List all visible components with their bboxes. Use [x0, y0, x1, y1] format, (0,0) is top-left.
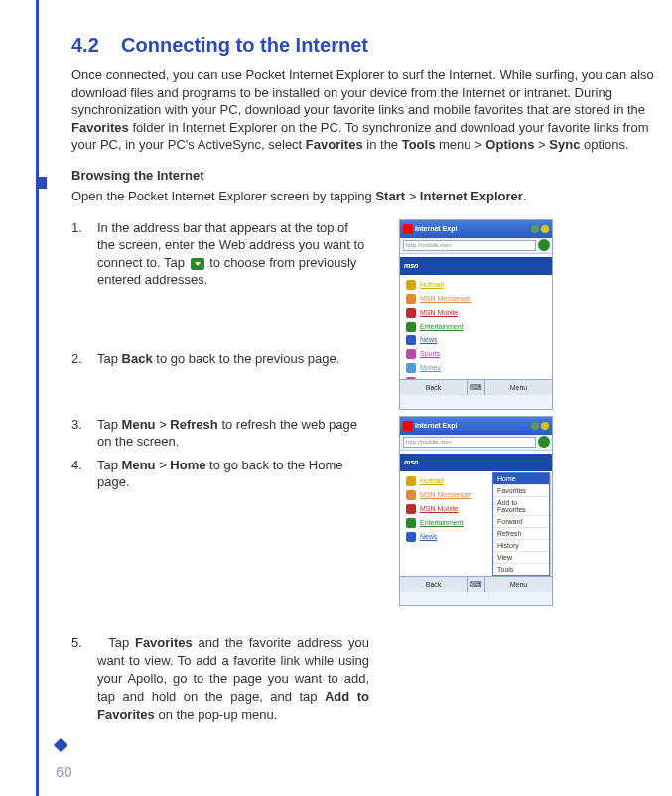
- menu-item[interactable]: Add to Favorites: [493, 497, 549, 516]
- bold-menu: Menu: [122, 458, 156, 472]
- ss-link-item[interactable]: Hotmail: [406, 278, 552, 292]
- menu-button[interactable]: Menu: [485, 380, 552, 395]
- link-text: Entertainment: [420, 519, 464, 526]
- step-text: Tap: [97, 351, 122, 366]
- volume-icon: [541, 225, 549, 233]
- link-icon: [406, 476, 416, 486]
- ss-link-item[interactable]: Sports: [406, 347, 552, 361]
- bold-refresh: Refresh: [170, 417, 217, 432]
- step-body: Tap Back to go back to the previous page…: [97, 350, 369, 368]
- ss-title: Internet Expl: [415, 422, 457, 429]
- step-number: 3.: [71, 416, 97, 451]
- ss-list: HotmailMSN MessengerMSN MobileEntertainm…: [400, 275, 552, 389]
- menu-item[interactable]: Tools: [493, 564, 549, 575]
- intro-text: Once connected, you can use Pocket Inter…: [71, 67, 654, 117]
- step-body: In the address bar that appears at the t…: [97, 219, 369, 289]
- open-text: .: [523, 189, 527, 203]
- msn-banner: msn: [400, 454, 552, 471]
- link-icon: [406, 335, 416, 345]
- msn-banner: msn: [400, 257, 552, 275]
- link-icon: [406, 349, 416, 359]
- link-icon: [406, 363, 416, 373]
- ss-link-item[interactable]: MSN Mobile: [406, 306, 552, 320]
- dropdown-icon: [191, 257, 204, 269]
- steps-col: 3. Tap Menu > Refresh to refresh the web…: [71, 416, 369, 606]
- link-text: MSN Mobile: [420, 505, 458, 512]
- menu-item[interactable]: Favorites: [493, 485, 549, 497]
- bold-home: Home: [170, 458, 205, 472]
- bold-ie: Internet Explorer: [420, 189, 523, 203]
- go-icon[interactable]: [538, 436, 550, 448]
- content-area: 4.2 Connecting to the Internet Once conn…: [71, 34, 667, 736]
- bold-menu: Menu: [122, 417, 156, 432]
- ss-titlebar: Internet Expl: [400, 220, 552, 238]
- bold-options: Options: [485, 137, 534, 152]
- section-title-text: Connecting to the Internet: [121, 34, 368, 56]
- start-flag-icon: [403, 224, 413, 234]
- step-text: on the pop-up menu.: [155, 707, 278, 722]
- ss-addressbar: http://mobile.msn: [400, 238, 552, 254]
- signal-icon: [531, 225, 539, 233]
- address-input[interactable]: http://mobile.msn: [403, 240, 536, 251]
- keyboard-icon[interactable]: ⌨: [468, 380, 485, 395]
- menu-item[interactable]: History: [493, 540, 549, 552]
- open-text: >: [405, 189, 420, 203]
- keyboard-icon[interactable]: ⌨: [468, 577, 485, 592]
- step-number: 4.: [71, 457, 97, 491]
- link-text: MSN Messenger: [420, 295, 471, 302]
- ss-link-item[interactable]: News: [406, 333, 552, 347]
- screenshot-2: Internet Expl http://mobile.msn msn Hotm…: [399, 416, 553, 606]
- bold-tools: Tools: [402, 137, 436, 152]
- bold-start: Start: [375, 189, 405, 203]
- open-line: Open the Pocket Internet Explorer screen…: [71, 189, 667, 203]
- menu-item[interactable]: Refresh: [493, 528, 549, 540]
- step-5: 5. Tap Favorites and the favorite addres…: [71, 634, 369, 730]
- page-number: 60: [56, 763, 72, 780]
- bold-favorites2: Favorites: [306, 137, 363, 152]
- step-body: Tap Menu > Home to go back to the Home p…: [97, 457, 369, 491]
- step-number: 1.: [71, 219, 97, 289]
- back-button[interactable]: Back: [400, 380, 468, 395]
- bold-favorites: Favorites: [71, 120, 129, 135]
- ss-link-item[interactable]: Entertainment: [406, 320, 552, 333]
- bold-favorites: Favorites: [135, 635, 193, 650]
- start-flag-icon: [403, 421, 413, 431]
- row-step5: 5. Tap Favorites and the favorite addres…: [71, 634, 667, 730]
- bottom-diamond: [54, 738, 67, 752]
- step-body: Tap Menu > Refresh to refresh the web pa…: [97, 416, 369, 451]
- margin-bar: [36, 0, 39, 796]
- step-2: 2. Tap Back to go back to the previous p…: [71, 350, 369, 368]
- link-icon: [406, 504, 416, 514]
- address-input[interactable]: http://mobile.msn: [403, 437, 536, 448]
- row-step1: 1. In the address bar that appears at th…: [71, 219, 667, 410]
- ss-link-item[interactable]: MSN Messenger: [406, 292, 552, 306]
- link-text: News: [420, 336, 438, 343]
- link-text: MSN Messenger: [420, 491, 471, 498]
- context-menu[interactable]: HomeFavoritesAdd to FavoritesForwardRefr…: [492, 472, 550, 576]
- step-text: >: [156, 417, 171, 432]
- menu-item[interactable]: View: [493, 552, 549, 564]
- ss-body: msn HotmailMSN MessengerMSN MobileEntert…: [400, 254, 552, 395]
- ss-bottombar: Back ⌨ Menu: [400, 379, 552, 395]
- step-text: Tap: [97, 417, 122, 432]
- link-icon: [406, 518, 416, 528]
- menu-item[interactable]: Forward: [493, 516, 549, 528]
- volume-icon: [541, 422, 549, 430]
- ss-link-item[interactable]: Money: [406, 361, 552, 375]
- go-icon[interactable]: [538, 239, 550, 251]
- step-text: to go back to the previous page.: [153, 351, 340, 366]
- step-number: 5.: [71, 634, 97, 725]
- bold-sync: Sync: [549, 137, 580, 152]
- bold-back: Back: [122, 351, 153, 366]
- link-icon: [406, 308, 416, 318]
- link-icon: [406, 490, 416, 500]
- menu-button[interactable]: Menu: [485, 577, 552, 592]
- intro-text: in the: [363, 137, 402, 152]
- back-button[interactable]: Back: [400, 577, 468, 592]
- row-step34: 3. Tap Menu > Refresh to refresh the web…: [71, 416, 667, 606]
- link-text: Hotmail: [420, 477, 444, 484]
- step-1: 1. In the address bar that appears at th…: [71, 219, 369, 289]
- subheading: Browsing the Internet: [71, 168, 667, 183]
- menu-item[interactable]: Home: [493, 473, 549, 485]
- step-text: >: [156, 458, 171, 472]
